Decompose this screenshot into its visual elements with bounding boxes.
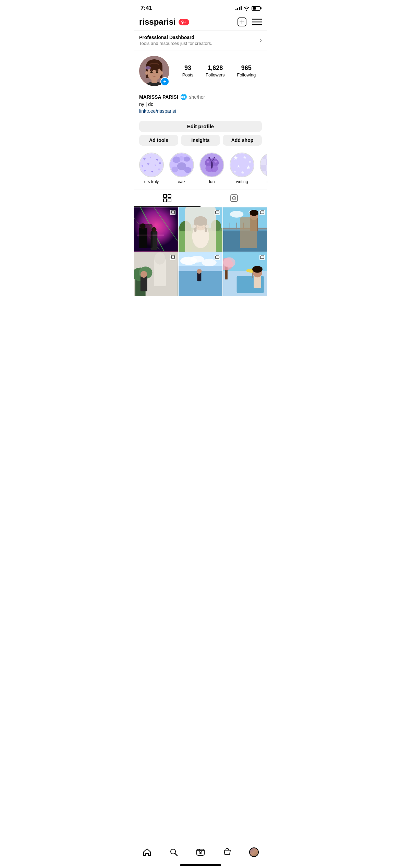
following-count: 965 <box>241 64 252 72</box>
grid-item-1[interactable] <box>134 207 178 252</box>
highlight-urs-truly[interactable]: ♥ ♥ ♥ ♥ ♥ ♥ ♥ ♥ ♥ ♥ urs truly <box>139 153 164 184</box>
svg-rect-63 <box>260 153 266 159</box>
svg-point-136 <box>154 252 165 265</box>
svg-text:♥: ♥ <box>149 155 151 159</box>
highlight-label-urs-truly: urs truly <box>144 179 159 184</box>
menu-button[interactable] <box>252 17 262 27</box>
pro-dashboard-banner[interactable]: Professional Dashboard Tools and resourc… <box>134 30 267 50</box>
svg-point-158 <box>223 257 235 268</box>
status-icons <box>235 6 260 11</box>
svg-rect-118 <box>223 231 267 251</box>
svg-point-116 <box>230 211 244 218</box>
status-time: 7:41 <box>141 5 152 12</box>
svg-point-51 <box>207 161 209 163</box>
wifi-icon <box>244 6 250 11</box>
svg-point-164 <box>252 266 263 273</box>
svg-text:♥: ♥ <box>147 161 150 167</box>
grid-item-4[interactable] <box>134 252 178 297</box>
profile-top: + 93 Posts 1,628 Followers 965 Following <box>139 56 262 86</box>
battery-icon <box>252 6 260 11</box>
svg-point-22 <box>145 66 151 70</box>
svg-point-50 <box>214 157 215 158</box>
svg-point-39 <box>184 167 192 173</box>
add-story-button[interactable]: + <box>160 77 169 86</box>
highlight-cover-eatz <box>170 153 193 177</box>
stats-row: 93 Posts 1,628 Followers 965 Following <box>176 64 262 77</box>
highlight-circle-urs-truly: ♥ ♥ ♥ ♥ ♥ ♥ ♥ ♥ ♥ ♥ <box>139 153 164 177</box>
highlight-circle-fun <box>199 153 224 177</box>
svg-rect-72 <box>266 165 267 171</box>
svg-text:♥: ♥ <box>143 156 146 161</box>
profile-section: + 93 Posts 1,628 Followers 965 Following <box>134 50 267 90</box>
highlight-writing[interactable]: ★ ★ ★ ★ ★ ★ ★ ★ writing <box>230 153 254 184</box>
highlight-eatz[interactable]: eatz <box>169 153 194 184</box>
tagged-icon <box>230 194 238 202</box>
highlight-cover-fun <box>200 153 223 177</box>
svg-rect-102 <box>179 231 223 251</box>
svg-text:♥: ♥ <box>158 167 160 172</box>
following-stat[interactable]: 965 Following <box>237 64 256 77</box>
highlight-circle-eatz <box>169 153 194 177</box>
tab-bar <box>134 190 267 207</box>
svg-text:★: ★ <box>243 155 247 160</box>
svg-point-127 <box>250 210 259 216</box>
svg-point-49 <box>209 157 210 158</box>
highlight-fun[interactable]: fun <box>199 153 224 184</box>
pro-dashboard-subtitle: Tools and resources just for creators. <box>139 41 212 46</box>
status-bar: 7:41 <box>134 0 267 14</box>
svg-rect-90 <box>139 228 147 248</box>
svg-rect-80 <box>168 194 171 197</box>
username: rissparisi <box>139 17 176 27</box>
edit-profile-button[interactable]: Edit profile <box>139 121 262 132</box>
display-name-row: MARISSA PARISI 🌐 she/her <box>139 94 262 100</box>
pro-dashboard-title: Professional Dashboard <box>139 35 212 40</box>
svg-point-18 <box>150 72 153 73</box>
highlight-cover-writing: ★ ★ ★ ★ ★ ★ ★ ★ <box>230 153 254 177</box>
notification-badge[interactable]: 9+ <box>179 19 189 25</box>
signal-icon <box>235 6 242 10</box>
svg-point-46 <box>211 161 213 169</box>
grid-item-3[interactable] <box>223 207 267 252</box>
highlights-row: ♥ ♥ ♥ ♥ ♥ ♥ ♥ ♥ ♥ ♥ urs truly <box>134 153 267 184</box>
plus-square-icon <box>237 17 247 27</box>
svg-rect-92 <box>150 231 157 250</box>
svg-point-21 <box>160 71 163 75</box>
highlight-cover-urs-truly: ♥ ♥ ♥ ♥ ♥ ♥ ♥ ♥ ♥ ♥ <box>140 153 163 177</box>
svg-text:★: ★ <box>237 164 240 168</box>
action-buttons: Edit profile Ad tools Insights Add shop <box>134 118 267 148</box>
ad-tools-button[interactable]: Ad tools <box>139 135 178 146</box>
followers-stat[interactable]: 1,628 Followers <box>206 64 225 77</box>
grid-icon <box>163 194 171 202</box>
svg-point-104 <box>192 224 209 248</box>
svg-point-150 <box>197 269 202 274</box>
highlight-miami[interactable]: miami <box>260 153 267 184</box>
insights-button[interactable]: Insights <box>181 135 220 146</box>
pronouns: she/her <box>189 94 205 100</box>
svg-text:★: ★ <box>233 155 238 161</box>
add-post-button[interactable] <box>237 17 247 27</box>
posts-count: 93 <box>184 64 191 72</box>
svg-text:♥: ♥ <box>144 169 146 173</box>
svg-point-38 <box>172 167 178 172</box>
tab-tagged[interactable] <box>200 190 267 207</box>
posts-stat[interactable]: 93 Posts <box>182 64 194 77</box>
svg-text:★: ★ <box>248 160 251 164</box>
grid-item-2[interactable] <box>179 207 223 252</box>
svg-text:♥: ♥ <box>159 161 161 166</box>
tab-grid[interactable] <box>134 190 200 207</box>
svg-rect-75 <box>260 171 266 177</box>
svg-rect-81 <box>163 199 167 202</box>
svg-text:♥: ♥ <box>156 158 158 162</box>
svg-rect-76 <box>266 171 267 177</box>
add-shop-button[interactable]: Add shop <box>223 135 262 146</box>
bio-link[interactable]: linktr.ee/rissparisi <box>139 108 262 114</box>
secondary-buttons: Ad tools Insights Add shop <box>139 135 262 146</box>
display-name: MARISSA PARISI <box>139 94 178 100</box>
svg-point-85 <box>233 198 234 199</box>
svg-point-20 <box>145 71 148 75</box>
avatar-container[interactable]: + <box>139 56 169 86</box>
grid-item-5[interactable] <box>179 252 223 297</box>
photo-grid <box>134 207 267 296</box>
grid-item-6[interactable] <box>223 252 267 297</box>
highlight-circle-miami <box>260 153 267 177</box>
